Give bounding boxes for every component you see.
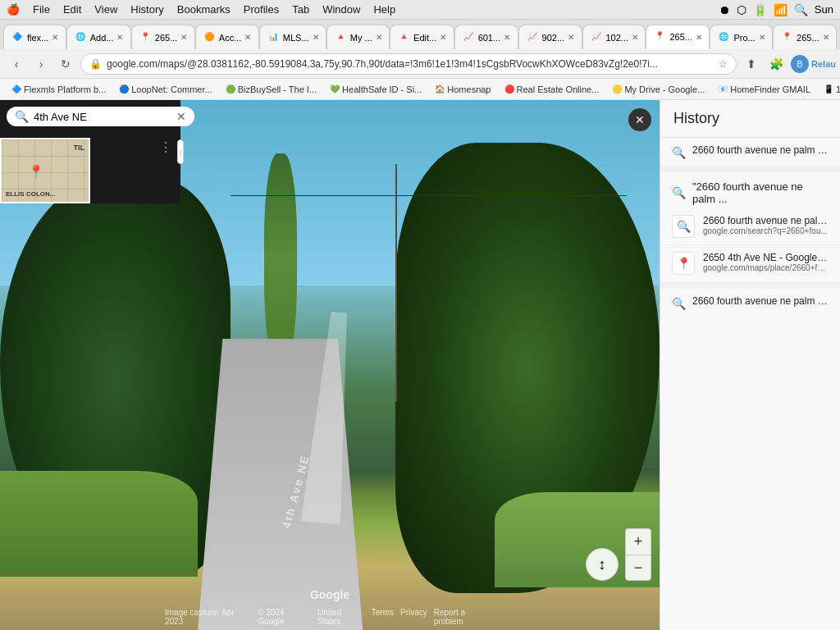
bookmark-mydrive[interactable]: 🟡 My Drive - Google... (607, 81, 710, 98)
tab-4[interactable]: 📊 MLS... ✕ (259, 25, 326, 49)
bookmark-healthsafe[interactable]: 💚 HealthSafe ID - Si... (325, 81, 427, 98)
bookmark-bizbuysell[interactable]: 🟢 BizBuySell - The I... (221, 81, 322, 98)
tab-close-5[interactable]: ✕ (376, 33, 382, 42)
search-input-wrapper[interactable]: 🔍 ✕ (7, 107, 194, 126)
close-streetview-button[interactable]: ✕ (628, 108, 651, 131)
tab-10-active[interactable]: 📍 265... ✕ (646, 25, 710, 49)
bookmark-homefinder[interactable]: 📧 HomeFinder GMAIL (713, 81, 815, 98)
tab-8[interactable]: 📈 902... ✕ (518, 25, 582, 49)
menu-window[interactable]: Window (322, 3, 360, 16)
forward-button[interactable]: › (31, 54, 51, 74)
zoom-in-button[interactable]: + (625, 528, 651, 555)
tab-3[interactable]: 🟠 Acc... ✕ (195, 25, 259, 49)
bookmark-star-icon[interactable]: ☆ (719, 58, 728, 70)
bookmark-favicon-flexmls: 🔷 (11, 84, 21, 94)
history-group-label: "2660 fourth avenue ne palm ... (692, 180, 829, 205)
united-states-link[interactable]: United States (317, 608, 365, 626)
bookmark-favicon-realestate: 🔴 (504, 84, 514, 94)
extensions-button[interactable]: 🧩 (766, 54, 786, 74)
tab-favicon-2: 📍 (140, 32, 152, 43)
tab-close-4[interactable]: ✕ (313, 33, 319, 42)
bookmark-favicon-homesnap: 🏠 (435, 84, 445, 94)
menu-profiles[interactable]: Profiles (244, 3, 279, 16)
location-menu-icon[interactable]: ⋮ (159, 139, 172, 155)
bookmark-extra[interactable]: 📱 125... (819, 81, 840, 98)
compass-control[interactable]: ↕ (586, 548, 619, 581)
tab-6[interactable]: 🔺 Edit... ✕ (390, 25, 454, 49)
tab-close-11[interactable]: ✕ (759, 33, 765, 42)
history-result-icon-1: 🔍 (672, 215, 695, 238)
tab-0[interactable]: 🔷 flex... ✕ (3, 25, 66, 49)
search-icon-maps: 🔍 (15, 110, 29, 123)
history-result-icon-2: 📍 (672, 252, 695, 275)
tab-close-9[interactable]: ✕ (632, 33, 638, 42)
tab-close-3[interactable]: ✕ (244, 33, 251, 42)
bookmark-homesnap[interactable]: 🏠 Homesnap (430, 81, 495, 98)
apple-menu[interactable]: 🍎 (7, 3, 20, 16)
bookmark-label-realestate: Real Estate Online... (517, 84, 600, 94)
report-link[interactable]: Report a problem (434, 608, 495, 626)
menu-bookmarks[interactable]: Bookmarks (177, 3, 231, 16)
map-area[interactable]: 4th Ave NE Google Image capture: Apr 202… (0, 100, 660, 630)
back-button[interactable]: ‹ (7, 54, 26, 74)
share-button[interactable]: ⬆ (742, 54, 761, 74)
tab-favicon-0: 🔷 (12, 32, 24, 43)
mini-map-pin: 📍 (28, 164, 44, 180)
url-bar[interactable]: 🔒 google.com/maps/@28.0381162,-80.591908… (80, 53, 737, 75)
tab-12[interactable]: 📍 265... ✕ (773, 25, 837, 49)
tab-close-10[interactable]: ✕ (696, 33, 702, 42)
bookmark-label-bizbuysell: BizBuySell - The I... (238, 84, 317, 94)
menu-view[interactable]: View (94, 3, 117, 16)
tab-label-9: 102... (606, 33, 629, 43)
mini-map[interactable]: 📍 TIL ELLIS COLON... (0, 138, 90, 203)
reload-button[interactable]: ↻ (56, 54, 75, 74)
bookmark-loopnet[interactable]: 🔵 LoopNet: Commer... (114, 81, 217, 98)
history-panel-title: History (660, 100, 840, 138)
menu-history[interactable]: History (130, 3, 163, 16)
search-clear-button[interactable]: ✕ (176, 110, 186, 123)
bookmark-label-loopnet: LoopNet: Commer... (131, 84, 212, 94)
panel-resize-handle[interactable]: | (177, 139, 184, 164)
history-search-item-1[interactable]: 🔍 2660 fourth avenue ne palm bay fl 32..… (660, 138, 840, 166)
menu-tab[interactable]: Tab (292, 3, 309, 16)
tab-close-7[interactable]: ✕ (504, 33, 510, 42)
history-result-1[interactable]: 🔍 2660 fourth avenue ne palm... google.c… (660, 208, 840, 245)
terms-link[interactable]: Terms (372, 608, 394, 626)
tab-label-10: 265... (669, 32, 692, 42)
privacy-link[interactable]: Privacy (400, 608, 427, 626)
tab-favicon-10: 📍 (655, 31, 666, 43)
tab-favicon-11: 🌐 (719, 32, 730, 43)
tab-1[interactable]: 🌐 Add... ✕ (66, 25, 131, 49)
tab-5[interactable]: 🔺 My ... ✕ (326, 25, 390, 49)
tab-2[interactable]: 📍 265... ✕ (131, 25, 195, 49)
mini-map-label: TIL (74, 144, 85, 152)
tab-close-6[interactable]: ✕ (440, 33, 446, 42)
history-group-icon: 🔍 (672, 186, 686, 199)
bookmark-favicon-mydrive: 🟡 (612, 84, 622, 94)
menu-file[interactable]: File (33, 3, 50, 16)
search-input-maps[interactable] (34, 111, 171, 123)
menu-edit[interactable]: Edit (63, 3, 81, 16)
bookmark-label-extra: 125... (836, 84, 840, 94)
history-search-icon-1: 🔍 (672, 146, 686, 159)
history-result-url-2: google.com/maps/place/2660+fo... (703, 263, 829, 272)
tab-close-0[interactable]: ✕ (52, 33, 58, 42)
profile-button[interactable]: B (791, 55, 809, 73)
bookmark-realestate[interactable]: 🔴 Real Estate Online... (500, 81, 605, 98)
reload-button-2[interactable]: Relau (814, 54, 833, 74)
tab-close-8[interactable]: ✕ (568, 33, 574, 42)
zoom-out-button[interactable]: − (625, 555, 651, 581)
history-result-2[interactable]: 📍 2650 4th Ave NE - Google Map... google… (660, 245, 840, 282)
tab-9[interactable]: 📈 102... ✕ (582, 25, 646, 49)
tab-close-1[interactable]: ✕ (116, 33, 123, 42)
search-icon[interactable]: 🔍 (794, 3, 808, 16)
tab-close-12[interactable]: ✕ (823, 33, 829, 42)
bookmark-flexmls[interactable]: 🔷 Flexmls Platform b... (7, 81, 111, 98)
tab-close-2[interactable]: ✕ (180, 33, 187, 42)
tab-11[interactable]: 🌐 Pro... ✕ (710, 25, 773, 49)
history-search-item-2[interactable]: 🔍 2660 fourth avenue ne palm bay fl... (660, 289, 840, 317)
history-result-title-1: 2660 fourth avenue ne palm... (703, 215, 829, 226)
tab-7[interactable]: 📈 601... ✕ (454, 25, 518, 49)
menu-help[interactable]: Help (373, 3, 395, 16)
google-watermark: Google (310, 588, 349, 601)
